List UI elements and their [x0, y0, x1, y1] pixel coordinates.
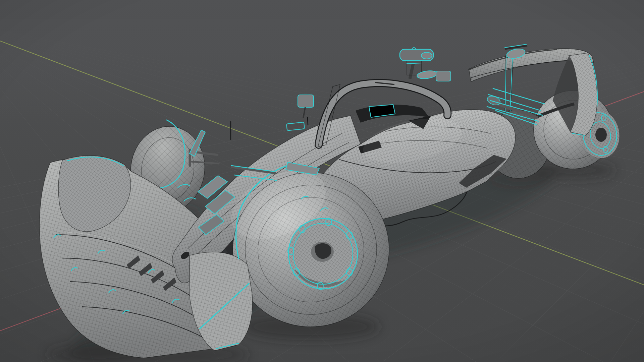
viewport-canvas[interactable] — [0, 0, 644, 362]
3d-viewport[interactable] — [0, 0, 644, 362]
vignette — [0, 0, 644, 362]
